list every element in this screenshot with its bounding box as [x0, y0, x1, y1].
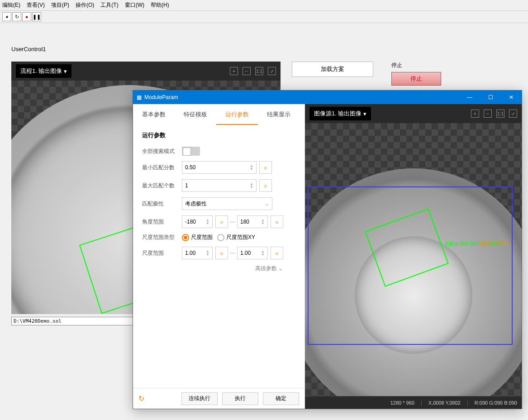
viewer2-canvas[interactable]: 匹配点:(862.9011,704.3082) , 角度:21.25773: [305, 123, 522, 396]
angle-min-input[interactable]: -180 ▲▼: [182, 215, 213, 228]
user-control-label: UserControl1: [11, 46, 517, 52]
menu-edit[interactable]: 编辑(E): [2, 1, 20, 9]
menu-window[interactable]: 窗口(W): [125, 1, 144, 9]
pause-icon[interactable]: ❚❚: [32, 12, 41, 21]
viewer2-title[interactable]: 图像源1. 输出图像 ▾: [309, 107, 371, 120]
angle-max-input[interactable]: 180 ▲▼: [237, 215, 268, 228]
refresh-icon[interactable]: ↻: [12, 12, 21, 21]
menu-project[interactable]: 项目(P): [51, 1, 69, 9]
tab-basic[interactable]: 基本参数: [133, 104, 175, 125]
scale-type-label: 尺度范围类型: [142, 234, 182, 241]
zoom-in-icon[interactable]: +: [230, 67, 238, 75]
menu-view[interactable]: 查看(V): [27, 1, 45, 9]
search-mode-toggle[interactable]: [182, 147, 200, 156]
minimize-icon[interactable]: ―: [459, 91, 480, 104]
record-icon[interactable]: ●: [22, 12, 31, 21]
load-scheme-button[interactable]: 加载方案: [292, 62, 373, 77]
max-count-label: 最大匹配个数: [142, 182, 182, 190]
link-icon[interactable]: ⟐: [271, 247, 283, 259]
link-icon[interactable]: ⟐: [215, 247, 228, 259]
annotation-angle: , 角度:21.25773: [477, 241, 509, 247]
tab-result[interactable]: 结果显示: [258, 104, 300, 125]
scale-label: 尺度范围: [142, 249, 182, 257]
status-rgb: R:090 G:090 B:090: [475, 400, 517, 406]
link-icon[interactable]: ⟐: [259, 161, 272, 174]
zoom-out-icon[interactable]: −: [484, 110, 492, 118]
expand-icon[interactable]: ⤢: [509, 110, 517, 118]
tab-run[interactable]: 运行参数: [216, 104, 258, 125]
menu-tools[interactable]: 工具(T): [100, 1, 118, 9]
scale-min-input[interactable]: 1.00 ▲▼: [182, 247, 213, 259]
spinner-icon[interactable]: ▲▼: [250, 182, 253, 189]
maximize-icon[interactable]: ☐: [480, 91, 501, 104]
scale-range-xy-radio[interactable]: [217, 234, 224, 241]
expand-icon[interactable]: ⤢: [268, 67, 276, 75]
menu-help[interactable]: 帮助(H): [151, 1, 169, 9]
status-xy: X,0008 Y,0802: [428, 400, 461, 406]
ok-button[interactable]: 确定: [263, 392, 299, 405]
viewer-title[interactable]: 流程1. 输出图像 ▾: [16, 64, 71, 78]
scale-range-radio[interactable]: [182, 234, 189, 241]
stop-button[interactable]: 停止: [391, 72, 441, 86]
close-icon[interactable]: ✕: [501, 91, 522, 104]
module-param-dialog: ▦ ModuleParam ― ☐ ✕ 基本参数 特征模板 运行参数 结果显示 …: [133, 90, 522, 409]
tabs: 基本参数 特征模板 运行参数 结果显示: [133, 104, 304, 125]
window-title: ModuleParam: [144, 94, 178, 100]
link-icon[interactable]: ⟐: [215, 215, 228, 228]
min-score-input[interactable]: 0.50 ▲▼: [182, 161, 257, 174]
scale-max-input[interactable]: 1.00 ▲▼: [237, 247, 268, 259]
continuous-exec-button[interactable]: 连续执行: [181, 392, 218, 405]
window-icon: ▦: [137, 94, 142, 100]
angle-label: 角度范围: [142, 218, 182, 226]
chevron-down-icon: ▾: [363, 110, 366, 117]
search-mode-label: 全部搜索模式: [142, 148, 182, 155]
stop-label: 停止: [391, 62, 441, 69]
watermark: CSDN @大话视觉: [476, 410, 524, 418]
min-score-label: 最小匹配分数: [142, 164, 182, 172]
titlebar[interactable]: ▦ ModuleParam ― ☐ ✕: [133, 91, 522, 104]
toolbar: ➧ ↻ ● ❚❚: [0, 11, 528, 23]
step-into-icon[interactable]: ➧: [2, 12, 11, 21]
menu-operate[interactable]: 操作(O): [76, 1, 94, 9]
exec-button[interactable]: 执行: [222, 392, 258, 405]
fit-11-icon[interactable]: 1:1: [255, 67, 263, 75]
polarity-select[interactable]: 考虑极性 ⌄: [182, 197, 272, 210]
max-count-input[interactable]: 1 ▲▼: [182, 179, 257, 192]
status-dimensions: 1280 * 960: [390, 400, 414, 406]
section-title: 运行参数: [142, 131, 295, 139]
chevron-down-icon: ⌄: [278, 265, 283, 272]
link-icon[interactable]: ⟐: [259, 179, 272, 192]
polarity-label: 匹配极性: [142, 200, 182, 208]
spinner-icon[interactable]: ▲▼: [250, 164, 253, 171]
chevron-down-icon: ▾: [64, 68, 67, 75]
tab-template[interactable]: 特征模板: [175, 104, 216, 125]
reset-icon[interactable]: ↻: [138, 394, 144, 403]
chevron-down-icon: ⌄: [265, 200, 269, 207]
zoom-out-icon[interactable]: −: [243, 67, 251, 75]
fit-11-icon[interactable]: 1:1: [496, 110, 504, 118]
zoom-in-icon[interactable]: +: [471, 110, 479, 118]
menubar: 编辑(E) 查看(V) 项目(P) 操作(O) 工具(T) 窗口(W) 帮助(H…: [0, 0, 528, 11]
status-bar: 1280 * 960 | X,0008 Y,0802 | R:090 G:090…: [305, 396, 522, 409]
dialog-footer: ↻ 连续执行 执行 确定: [133, 388, 304, 409]
link-icon[interactable]: ⟐: [271, 215, 283, 228]
advanced-params-link[interactable]: 高级参数 ⌄: [142, 265, 295, 272]
